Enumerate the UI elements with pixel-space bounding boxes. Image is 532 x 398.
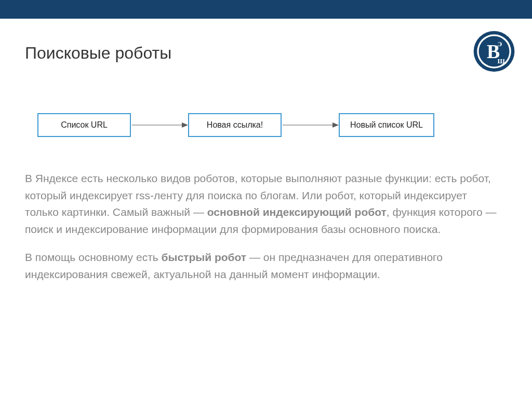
paragraph-1: В Яндексе есть несколько видов роботов, … xyxy=(25,170,498,238)
svg-marker-9 xyxy=(332,122,339,128)
svg-text:Ш: Ш xyxy=(498,57,506,65)
bold-text: быстрый робот xyxy=(162,251,247,263)
bold-text: основной индексирующий робот xyxy=(207,206,387,218)
svg-text:Э: Э xyxy=(498,40,502,48)
top-bar xyxy=(0,0,532,19)
hse-logo: В Э Ш xyxy=(473,30,515,73)
flow-diagram: Список URL Новая ссылка! Новый список UR… xyxy=(37,113,463,137)
page-title: Поисковые роботы xyxy=(25,44,171,63)
body-text: В Яндексе есть несколько видов роботов, … xyxy=(25,170,498,294)
arrow-icon xyxy=(131,125,188,126)
paragraph-2: В помощь основному есть быстрый робот — … xyxy=(25,249,498,283)
text-span: В помощь основному есть xyxy=(25,251,162,263)
diagram-box-2: Новая ссылка! xyxy=(188,113,282,137)
diagram-box-1: Список URL xyxy=(37,113,131,137)
diagram-box-3: Новый список URL xyxy=(339,113,434,137)
svg-marker-7 xyxy=(182,122,188,128)
arrow-icon xyxy=(282,125,339,126)
